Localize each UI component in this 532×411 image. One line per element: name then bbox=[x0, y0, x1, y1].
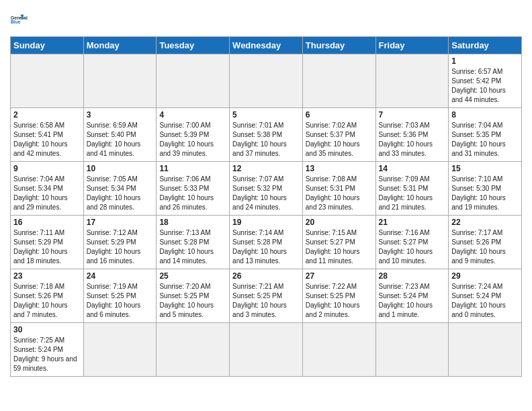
calendar-cell: 9Sunrise: 7:04 AM Sunset: 5:34 PM Daylig… bbox=[11, 162, 84, 216]
day-info: Sunrise: 7:08 AM Sunset: 5:31 PM Dayligh… bbox=[306, 175, 373, 212]
calendar-cell bbox=[449, 323, 522, 377]
calendar-cell bbox=[83, 323, 157, 377]
calendar-cell: 25Sunrise: 7:20 AM Sunset: 5:25 PM Dayli… bbox=[157, 269, 230, 323]
day-info: Sunrise: 7:06 AM Sunset: 5:33 PM Dayligh… bbox=[159, 175, 226, 212]
calendar-cell: 26Sunrise: 7:21 AM Sunset: 5:25 PM Dayli… bbox=[230, 269, 303, 323]
day-number: 27 bbox=[306, 271, 373, 281]
day-info: Sunrise: 7:01 AM Sunset: 5:38 PM Dayligh… bbox=[232, 121, 300, 158]
svg-text:Blue: Blue bbox=[11, 19, 21, 24]
calendar-week-row: 16Sunrise: 7:11 AM Sunset: 5:29 PM Dayli… bbox=[11, 216, 522, 269]
calendar-cell: 16Sunrise: 7:11 AM Sunset: 5:29 PM Dayli… bbox=[11, 216, 84, 269]
logo: General Blue bbox=[10, 7, 34, 31]
calendar-cell: 15Sunrise: 7:10 AM Sunset: 5:30 PM Dayli… bbox=[449, 162, 522, 216]
calendar-cell: 14Sunrise: 7:09 AM Sunset: 5:31 PM Dayli… bbox=[375, 162, 449, 216]
day-info: Sunrise: 7:21 AM Sunset: 5:25 PM Dayligh… bbox=[232, 282, 300, 320]
day-number: 20 bbox=[306, 218, 373, 227]
day-info: Sunrise: 7:22 AM Sunset: 5:25 PM Dayligh… bbox=[306, 282, 373, 320]
day-info: Sunrise: 7:04 AM Sunset: 5:35 PM Dayligh… bbox=[451, 121, 519, 158]
day-info: Sunrise: 7:11 AM Sunset: 5:29 PM Dayligh… bbox=[13, 228, 81, 266]
calendar-cell: 13Sunrise: 7:08 AM Sunset: 5:31 PM Dayli… bbox=[302, 162, 375, 216]
calendar-cell bbox=[375, 54, 449, 108]
day-info: Sunrise: 7:07 AM Sunset: 5:32 PM Dayligh… bbox=[232, 175, 300, 212]
day-number: 26 bbox=[232, 271, 300, 281]
day-number: 23 bbox=[13, 271, 81, 281]
day-number: 18 bbox=[159, 218, 226, 227]
day-number: 16 bbox=[13, 218, 81, 227]
day-info: Sunrise: 7:13 AM Sunset: 5:28 PM Dayligh… bbox=[159, 228, 226, 266]
day-info: Sunrise: 7:17 AM Sunset: 5:26 PM Dayligh… bbox=[451, 228, 519, 266]
day-info: Sunrise: 7:09 AM Sunset: 5:31 PM Dayligh… bbox=[379, 175, 446, 212]
calendar-week-row: 1Sunrise: 6:57 AM Sunset: 5:42 PM Daylig… bbox=[11, 54, 522, 108]
calendar-cell: 18Sunrise: 7:13 AM Sunset: 5:28 PM Dayli… bbox=[157, 216, 230, 269]
day-info: Sunrise: 7:24 AM Sunset: 5:24 PM Dayligh… bbox=[451, 282, 519, 320]
calendar-cell: 1Sunrise: 6:57 AM Sunset: 5:42 PM Daylig… bbox=[449, 54, 522, 108]
calendar-cell: 3Sunrise: 6:59 AM Sunset: 5:40 PM Daylig… bbox=[83, 108, 157, 162]
calendar-week-row: 2Sunrise: 6:58 AM Sunset: 5:41 PM Daylig… bbox=[11, 108, 522, 162]
calendar-cell: 28Sunrise: 7:23 AM Sunset: 5:24 PM Dayli… bbox=[375, 269, 449, 323]
day-info: Sunrise: 7:15 AM Sunset: 5:27 PM Dayligh… bbox=[306, 228, 373, 266]
day-info: Sunrise: 7:04 AM Sunset: 5:34 PM Dayligh… bbox=[13, 175, 81, 212]
day-number: 28 bbox=[379, 271, 446, 281]
day-number: 14 bbox=[379, 164, 446, 173]
calendar-week-row: 9Sunrise: 7:04 AM Sunset: 5:34 PM Daylig… bbox=[11, 162, 522, 216]
weekday-header-monday: Monday bbox=[83, 37, 157, 54]
calendar-cell: 17Sunrise: 7:12 AM Sunset: 5:29 PM Dayli… bbox=[83, 216, 157, 269]
calendar-cell: 21Sunrise: 7:16 AM Sunset: 5:27 PM Dayli… bbox=[375, 216, 449, 269]
calendar-cell: 22Sunrise: 7:17 AM Sunset: 5:26 PM Dayli… bbox=[449, 216, 522, 269]
svg-marker-3 bbox=[21, 17, 24, 19]
calendar-cell: 8Sunrise: 7:04 AM Sunset: 5:35 PM Daylig… bbox=[449, 108, 522, 162]
calendar-cell bbox=[230, 54, 303, 108]
day-number: 11 bbox=[159, 164, 226, 173]
calendar-week-row: 30Sunrise: 7:25 AM Sunset: 5:24 PM Dayli… bbox=[11, 323, 522, 377]
day-number: 29 bbox=[451, 271, 519, 281]
day-number: 4 bbox=[159, 110, 226, 120]
day-number: 7 bbox=[379, 110, 446, 120]
day-info: Sunrise: 7:19 AM Sunset: 5:25 PM Dayligh… bbox=[87, 282, 154, 320]
day-number: 19 bbox=[232, 218, 300, 227]
day-number: 13 bbox=[306, 164, 373, 173]
day-number: 15 bbox=[451, 164, 519, 173]
calendar-cell bbox=[230, 323, 303, 377]
calendar-cell bbox=[83, 54, 157, 108]
calendar-cell: 12Sunrise: 7:07 AM Sunset: 5:32 PM Dayli… bbox=[230, 162, 303, 216]
day-number: 6 bbox=[306, 110, 373, 120]
weekday-header-sunday: Sunday bbox=[11, 37, 84, 54]
calendar-cell bbox=[157, 54, 230, 108]
weekday-header-tuesday: Tuesday bbox=[157, 37, 230, 54]
calendar-cell bbox=[375, 323, 449, 377]
calendar-cell: 4Sunrise: 7:00 AM Sunset: 5:39 PM Daylig… bbox=[157, 108, 230, 162]
calendar-cell: 2Sunrise: 6:58 AM Sunset: 5:41 PM Daylig… bbox=[11, 108, 84, 162]
day-info: Sunrise: 7:10 AM Sunset: 5:30 PM Dayligh… bbox=[451, 175, 519, 212]
calendar-cell bbox=[11, 54, 84, 108]
calendar-cell: 27Sunrise: 7:22 AM Sunset: 5:25 PM Dayli… bbox=[302, 269, 375, 323]
day-number: 21 bbox=[379, 218, 446, 227]
calendar-week-row: 23Sunrise: 7:18 AM Sunset: 5:26 PM Dayli… bbox=[11, 269, 522, 323]
day-number: 12 bbox=[232, 164, 300, 173]
day-number: 17 bbox=[87, 218, 154, 227]
calendar-cell: 7Sunrise: 7:03 AM Sunset: 5:36 PM Daylig… bbox=[375, 108, 449, 162]
day-number: 22 bbox=[451, 218, 519, 227]
day-info: Sunrise: 7:25 AM Sunset: 5:24 PM Dayligh… bbox=[13, 336, 81, 373]
weekday-header-wednesday: Wednesday bbox=[230, 37, 303, 54]
calendar-cell bbox=[157, 323, 230, 377]
day-number: 1 bbox=[451, 56, 519, 66]
page-header: General Blue bbox=[10, 7, 522, 31]
weekday-header-friday: Friday bbox=[375, 37, 449, 54]
day-info: Sunrise: 7:18 AM Sunset: 5:26 PM Dayligh… bbox=[13, 282, 81, 320]
calendar-cell: 19Sunrise: 7:14 AM Sunset: 5:28 PM Dayli… bbox=[230, 216, 303, 269]
day-info: Sunrise: 6:59 AM Sunset: 5:40 PM Dayligh… bbox=[87, 121, 154, 158]
calendar-cell bbox=[302, 323, 375, 377]
day-number: 2 bbox=[13, 110, 81, 120]
calendar-cell bbox=[302, 54, 375, 108]
calendar-cell: 5Sunrise: 7:01 AM Sunset: 5:38 PM Daylig… bbox=[230, 108, 303, 162]
calendar-cell: 30Sunrise: 7:25 AM Sunset: 5:24 PM Dayli… bbox=[11, 323, 84, 377]
day-info: Sunrise: 7:20 AM Sunset: 5:25 PM Dayligh… bbox=[159, 282, 226, 320]
logo-icon: General Blue bbox=[10, 7, 34, 31]
day-number: 8 bbox=[451, 110, 519, 120]
calendar-cell: 29Sunrise: 7:24 AM Sunset: 5:24 PM Dayli… bbox=[449, 269, 522, 323]
day-number: 3 bbox=[87, 110, 154, 120]
weekday-header-thursday: Thursday bbox=[302, 37, 375, 54]
calendar-cell: 11Sunrise: 7:06 AM Sunset: 5:33 PM Dayli… bbox=[157, 162, 230, 216]
day-number: 25 bbox=[159, 271, 226, 281]
day-number: 5 bbox=[232, 110, 300, 120]
